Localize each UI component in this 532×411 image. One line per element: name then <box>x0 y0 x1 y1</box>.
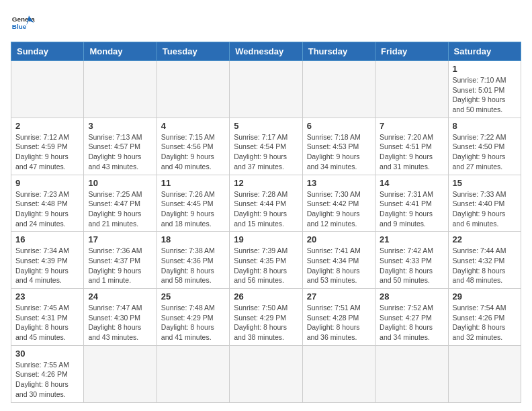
day-sun-info: Sunrise: 7:20 AMSunset: 4:51 PMDaylight:… <box>380 132 443 172</box>
calendar-week-row: 23Sunrise: 7:45 AMSunset: 4:31 PMDayligh… <box>11 289 521 346</box>
day-sun-info: Sunrise: 7:17 AMSunset: 4:54 PMDaylight:… <box>234 132 298 172</box>
calendar-day-2: 2Sunrise: 7:12 AMSunset: 4:59 PMDaylight… <box>11 118 84 175</box>
col-header-monday: Monday <box>84 42 157 61</box>
calendar-day-4: 4Sunrise: 7:15 AMSunset: 4:56 PMDaylight… <box>157 118 229 175</box>
calendar-day-7: 7Sunrise: 7:20 AMSunset: 4:51 PMDaylight… <box>375 118 448 175</box>
col-header-tuesday: Tuesday <box>157 42 229 61</box>
calendar-day-16: 16Sunrise: 7:34 AMSunset: 4:39 PMDayligh… <box>11 232 84 289</box>
calendar-empty-cell <box>302 345 375 402</box>
calendar-day-3: 3Sunrise: 7:13 AMSunset: 4:57 PMDaylight… <box>84 118 157 175</box>
day-sun-info: Sunrise: 7:26 AMSunset: 4:45 PMDaylight:… <box>161 189 225 229</box>
day-sun-info: Sunrise: 7:10 AMSunset: 5:01 PMDaylight:… <box>453 75 517 115</box>
day-sun-info: Sunrise: 7:25 AMSunset: 4:47 PMDaylight:… <box>88 189 152 229</box>
day-number: 3 <box>88 121 152 131</box>
col-header-friday: Friday <box>375 42 448 61</box>
day-sun-info: Sunrise: 7:12 AMSunset: 4:59 PMDaylight:… <box>15 132 79 172</box>
day-number: 12 <box>234 178 298 188</box>
calendar-empty-cell <box>375 61 448 118</box>
calendar-day-1: 1Sunrise: 7:10 AMSunset: 5:01 PMDaylight… <box>448 61 521 118</box>
day-number: 20 <box>307 234 371 244</box>
day-number: 28 <box>380 291 443 302</box>
day-sun-info: Sunrise: 7:48 AMSunset: 4:29 PMDaylight:… <box>161 303 225 342</box>
day-sun-info: Sunrise: 7:42 AMSunset: 4:33 PMDaylight:… <box>380 246 443 285</box>
day-sun-info: Sunrise: 7:54 AMSunset: 4:26 PMDaylight:… <box>453 303 517 342</box>
calendar-empty-cell <box>11 61 84 118</box>
calendar-day-26: 26Sunrise: 7:50 AMSunset: 4:29 PMDayligh… <box>230 289 302 346</box>
svg-text:General: General <box>12 15 35 23</box>
day-sun-info: Sunrise: 7:13 AMSunset: 4:57 PMDaylight:… <box>88 132 152 172</box>
day-number: 13 <box>307 178 371 188</box>
day-number: 2 <box>15 121 79 131</box>
col-header-thursday: Thursday <box>302 42 375 61</box>
day-number: 6 <box>307 121 371 131</box>
day-sun-info: Sunrise: 7:55 AMSunset: 4:26 PMDaylight:… <box>15 360 79 400</box>
col-header-saturday: Saturday <box>448 42 521 61</box>
calendar-empty-cell <box>230 345 302 402</box>
calendar-empty-cell <box>157 345 229 402</box>
day-number: 22 <box>453 234 517 244</box>
day-sun-info: Sunrise: 7:44 AMSunset: 4:32 PMDaylight:… <box>453 246 517 285</box>
day-number: 18 <box>161 234 225 244</box>
calendar-day-24: 24Sunrise: 7:47 AMSunset: 4:30 PMDayligh… <box>84 289 157 346</box>
day-number: 16 <box>15 234 79 244</box>
day-number: 27 <box>307 291 371 302</box>
day-number: 7 <box>380 121 443 131</box>
col-header-sunday: Sunday <box>11 42 84 61</box>
calendar-day-13: 13Sunrise: 7:30 AMSunset: 4:42 PMDayligh… <box>302 175 375 232</box>
calendar-day-28: 28Sunrise: 7:52 AMSunset: 4:27 PMDayligh… <box>375 289 448 346</box>
day-number: 30 <box>15 349 79 359</box>
calendar-day-23: 23Sunrise: 7:45 AMSunset: 4:31 PMDayligh… <box>11 289 84 346</box>
calendar-day-14: 14Sunrise: 7:31 AMSunset: 4:41 PMDayligh… <box>375 175 448 232</box>
day-number: 4 <box>161 121 225 131</box>
day-number: 10 <box>88 178 152 188</box>
day-sun-info: Sunrise: 7:50 AMSunset: 4:29 PMDaylight:… <box>234 303 298 342</box>
day-sun-info: Sunrise: 7:22 AMSunset: 4:50 PMDaylight:… <box>453 132 517 172</box>
calendar-day-17: 17Sunrise: 7:36 AMSunset: 4:37 PMDayligh… <box>84 232 157 289</box>
calendar-day-9: 9Sunrise: 7:23 AMSunset: 4:48 PMDaylight… <box>11 175 84 232</box>
calendar-week-row: 2Sunrise: 7:12 AMSunset: 4:59 PMDaylight… <box>11 118 521 175</box>
calendar-table: SundayMondayTuesdayWednesdayThursdayFrid… <box>11 42 521 403</box>
calendar-day-19: 19Sunrise: 7:39 AMSunset: 4:35 PMDayligh… <box>230 232 302 289</box>
calendar-day-27: 27Sunrise: 7:51 AMSunset: 4:28 PMDayligh… <box>302 289 375 346</box>
day-number: 9 <box>15 178 79 188</box>
day-sun-info: Sunrise: 7:45 AMSunset: 4:31 PMDaylight:… <box>15 303 79 342</box>
day-sun-info: Sunrise: 7:23 AMSunset: 4:48 PMDaylight:… <box>15 189 79 229</box>
calendar-week-row: 30Sunrise: 7:55 AMSunset: 4:26 PMDayligh… <box>11 345 521 402</box>
day-number: 1 <box>453 64 517 74</box>
day-number: 26 <box>234 291 298 302</box>
day-sun-info: Sunrise: 7:51 AMSunset: 4:28 PMDaylight:… <box>307 303 371 342</box>
day-number: 23 <box>15 291 79 302</box>
day-sun-info: Sunrise: 7:15 AMSunset: 4:56 PMDaylight:… <box>161 132 225 172</box>
day-number: 21 <box>380 234 443 244</box>
day-number: 25 <box>161 291 225 302</box>
col-header-wednesday: Wednesday <box>230 42 302 61</box>
day-sun-info: Sunrise: 7:41 AMSunset: 4:34 PMDaylight:… <box>307 246 371 285</box>
calendar-empty-cell <box>302 61 375 118</box>
day-sun-info: Sunrise: 7:31 AMSunset: 4:41 PMDaylight:… <box>380 189 443 229</box>
calendar-day-8: 8Sunrise: 7:22 AMSunset: 4:50 PMDaylight… <box>448 118 521 175</box>
calendar-day-5: 5Sunrise: 7:17 AMSunset: 4:54 PMDaylight… <box>230 118 302 175</box>
day-sun-info: Sunrise: 7:28 AMSunset: 4:44 PMDaylight:… <box>234 189 298 229</box>
day-sun-info: Sunrise: 7:38 AMSunset: 4:36 PMDaylight:… <box>161 246 225 285</box>
calendar-empty-cell <box>375 345 448 402</box>
day-sun-info: Sunrise: 7:39 AMSunset: 4:35 PMDaylight:… <box>234 246 298 285</box>
day-sun-info: Sunrise: 7:34 AMSunset: 4:39 PMDaylight:… <box>15 246 79 285</box>
calendar-day-11: 11Sunrise: 7:26 AMSunset: 4:45 PMDayligh… <box>157 175 229 232</box>
calendar-day-12: 12Sunrise: 7:28 AMSunset: 4:44 PMDayligh… <box>230 175 302 232</box>
day-sun-info: Sunrise: 7:36 AMSunset: 4:37 PMDaylight:… <box>88 246 152 285</box>
day-sun-info: Sunrise: 7:33 AMSunset: 4:40 PMDaylight:… <box>453 189 517 229</box>
calendar-empty-cell <box>157 61 229 118</box>
day-number: 14 <box>380 178 443 188</box>
calendar-day-18: 18Sunrise: 7:38 AMSunset: 4:36 PMDayligh… <box>157 232 229 289</box>
logo: General Blue <box>11 11 35 35</box>
header: General Blue <box>11 11 521 35</box>
svg-text:Blue: Blue <box>12 23 27 30</box>
day-number: 24 <box>88 291 152 302</box>
generalblue-logo-icon: General Blue <box>11 11 35 35</box>
calendar-empty-cell <box>84 345 157 402</box>
calendar-day-10: 10Sunrise: 7:25 AMSunset: 4:47 PMDayligh… <box>84 175 157 232</box>
day-sun-info: Sunrise: 7:18 AMSunset: 4:53 PMDaylight:… <box>307 132 371 172</box>
day-sun-info: Sunrise: 7:47 AMSunset: 4:30 PMDaylight:… <box>88 303 152 342</box>
calendar-day-30: 30Sunrise: 7:55 AMSunset: 4:26 PMDayligh… <box>11 345 84 402</box>
calendar-empty-cell <box>448 345 521 402</box>
